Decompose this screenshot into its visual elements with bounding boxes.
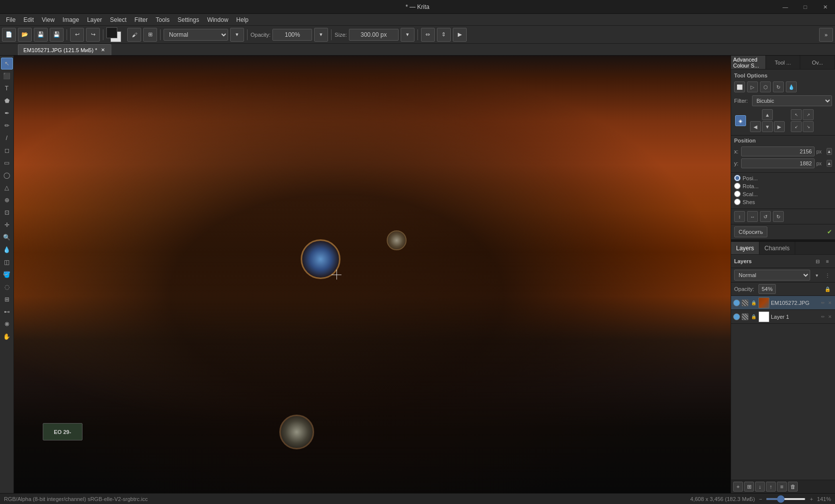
layer-visibility-toggle[interactable] [733,313,740,320]
open-button[interactable]: 📂 [18,28,32,42]
new-document-button[interactable]: 📄 [2,28,16,42]
pos-x-increment[interactable]: ▲ [827,148,833,155]
corner-br-button[interactable]: ↘ [803,121,814,132]
eraser-button[interactable]: ◻ [1,144,13,156]
brush-preset-button[interactable]: 🖌 [127,28,141,42]
foreground-color-swatch[interactable] [106,27,117,38]
layers-blend-select[interactable]: Normal Multiply Screen [734,270,810,281]
text-tool-button[interactable]: T [1,82,13,94]
menu-help[interactable]: Help [232,15,252,24]
overview-tab[interactable]: Ov... [800,56,835,69]
move-layer-down-button[interactable]: ↓ [755,482,765,492]
delete-layer-button[interactable]: 🗑 [788,482,798,492]
channels-tab[interactable]: Channels [759,242,795,254]
opacity-stepper[interactable]: ▾ [314,28,328,42]
crop-tool-button[interactable]: ⊡ [1,207,13,218]
zoom-out-button[interactable]: − [759,496,762,502]
shape-tool-button[interactable]: ⬟ [1,95,13,107]
ellipse-select-button[interactable]: ◯ [1,169,13,181]
undo-button[interactable]: ↩ [70,28,84,42]
move-right-button[interactable]: ▶ [774,121,785,132]
toolbar-extra-button[interactable]: » [819,28,833,42]
pos-y-increment[interactable]: ▲ [827,160,833,167]
flatten-layer-button[interactable]: ≡ [777,482,787,492]
canvas-image[interactable]: ЕО 29- [14,56,731,493]
move-left-button[interactable]: ◀ [750,121,761,132]
menu-tools[interactable]: Tools [152,15,173,24]
size-stepper[interactable]: ▾ [401,28,415,42]
corner-tl-button[interactable]: ↖ [791,109,802,120]
add-group-button[interactable]: ⊞ [744,482,754,492]
freehand-brush-button[interactable]: ✏ [1,120,13,132]
fill-tool-button[interactable]: 🪣 [1,269,13,281]
rect-select-button[interactable]: ▭ [1,157,13,169]
redo-button[interactable]: ↪ [86,28,100,42]
option-scale-radio[interactable] [734,191,741,197]
layers-filter-icon[interactable]: ⊟ [813,257,822,266]
filter-select[interactable]: Bicubic Bilinear Nearest Neighbour [752,95,832,106]
menu-file[interactable]: File [2,15,19,24]
contiguous-selection-button[interactable]: ⬛ [1,70,13,82]
layer-edit-icon[interactable]: ✏ [820,314,826,320]
save-button[interactable]: 💾 [34,28,48,42]
save-as-button[interactable]: 💾 [50,28,64,42]
opacity-input[interactable] [272,29,312,41]
zoom-in-button[interactable]: + [810,496,813,502]
rotate-cw-button[interactable]: ↻ [773,211,784,222]
assistants-button[interactable]: ⊷ [1,306,13,318]
layer-delete-icon[interactable]: ✕ [827,314,833,320]
size-input[interactable] [349,29,399,41]
close-button[interactable]: ✕ [815,0,835,14]
advanced-colour-tab[interactable]: Advanced Colour S... [731,56,766,69]
transform-perspective-button[interactable]: ▷ [747,81,758,92]
zoom-tool-button[interactable]: 🔍 [1,231,13,243]
transform-warp-button[interactable]: ⬡ [760,81,771,92]
blend-mode-options-button[interactable]: ▾ [230,28,244,42]
layers-extra-button[interactable]: ⋮ [823,271,832,280]
maximize-button[interactable]: □ [795,0,815,14]
move-layer-up-button[interactable]: ↑ [766,482,776,492]
move-up-button[interactable]: ▲ [762,109,773,120]
layer-delete-icon[interactable]: ✕ [827,300,833,306]
pan-tool-button[interactable]: ✋ [1,331,13,343]
pos-x-input[interactable] [741,146,815,156]
confirm-icon[interactable]: ✔ [827,228,832,235]
menu-edit[interactable]: Edit [19,15,38,24]
smart-patch-button[interactable]: ◌ [1,281,13,293]
menu-select[interactable]: Select [106,15,130,24]
layer-edit-icon[interactable]: ✏ [820,300,826,306]
rotate-ccw-button[interactable]: ↺ [760,211,771,222]
multibrush-button[interactable]: ❋ [1,318,13,330]
canvas-area[interactable]: ЕО 29- [14,56,731,493]
gradient-tool-button[interactable]: ◫ [1,256,13,268]
menu-settings[interactable]: Settings [173,15,203,24]
add-layer-button[interactable]: + [733,482,743,492]
mirror-vertical-button[interactable]: ⇕ [437,28,451,42]
transform-liquify-button[interactable]: 💧 [786,81,797,92]
document-tab[interactable]: EM105271.JPG (121.5 МиБ) * ✕ [18,44,111,55]
flip-v-button[interactable]: ↕ [734,211,745,222]
zoom-slider[interactable] [766,498,806,500]
layer-item[interactable]: 🔒 EM105272.JPG ✏ ✕ [731,296,835,310]
color-pick-button[interactable]: 💧 [1,244,13,256]
layers-tab[interactable]: Layers [731,242,759,254]
grid-tool-button[interactable]: ⊞ [1,293,13,305]
pos-y-input[interactable] [741,158,815,168]
menu-view[interactable]: View [38,15,59,24]
menu-layer[interactable]: Layer [83,15,106,24]
menu-filter[interactable]: Filter [131,15,152,24]
layer-visibility-toggle[interactable] [733,299,740,306]
blend-mode-select[interactable]: Normal Multiply Screen Overlay [164,29,228,41]
option-position-radio[interactable] [734,175,741,181]
layers-opacity-input[interactable] [758,284,776,294]
poly-select-button[interactable]: △ [1,182,13,194]
option-shear-radio[interactable] [734,199,741,205]
layers-blend-arrow-button[interactable]: ▾ [812,271,821,280]
transform-cage-button[interactable]: ↻ [773,81,784,92]
move-down-button[interactable]: ▼ [762,121,773,132]
menu-window[interactable]: Window [203,15,233,24]
move-tool-button[interactable]: ✛ [1,219,13,231]
minimize-button[interactable]: — [775,0,795,14]
mirror-horizontal-button[interactable]: ⇔ [421,28,435,42]
transform-free-button[interactable]: ⬜ [734,81,745,92]
